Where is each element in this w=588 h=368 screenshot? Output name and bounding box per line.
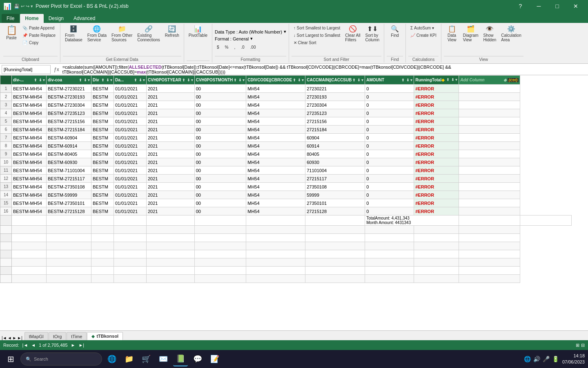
cell-div[interactable]: BESTM [91,93,114,101]
cell-month[interactable]: 00 [194,207,246,215]
cell-div[interactable]: BESTM [91,101,114,109]
taskbar-teams-icon[interactable]: 💬 [190,352,205,366]
empty-cell[interactable] [12,215,47,226]
empty-cell[interactable] [305,242,365,250]
col-header-div-coa[interactable]: div-... ⬆⬇▾ [12,76,47,85]
cell-div-coa[interactable]: BESTM-MH54 [12,117,47,126]
cell-da[interactable]: 01/01/2021 [114,109,147,117]
col-header-cdivcode[interactable]: CDIVCODE||CBRCODE ⬆⬇▾ [246,76,305,85]
cell-acc[interactable]: 27215184 [305,126,365,134]
empty-cell[interactable] [305,275,365,283]
cell-div-coa2[interactable]: BESTM-27215117 [47,175,91,183]
cell-da[interactable]: 01/01/2021 [114,126,147,134]
cell-acc[interactable]: 60904 [305,134,365,142]
cell-month[interactable]: 00 [194,166,246,175]
layout-icon[interactable]: ⊟ [581,343,585,348]
start-button[interactable]: ⊞ [3,352,18,366]
cell-da[interactable]: 01/01/2021 [114,166,147,175]
cell-amount[interactable]: 0 [365,207,414,215]
taskbar-edge-icon[interactable]: 🌐 [105,352,119,366]
col-header-div-coa2[interactable]: div-coa ⬆⬇▾ [47,76,91,85]
cell-month[interactable]: 00 [194,183,246,191]
cell-da[interactable]: 01/01/2021 [114,117,147,126]
cell-add[interactable] [459,93,520,101]
cell-div-coa[interactable]: BESTM-MH54 [12,85,47,93]
cell-da[interactable]: 01/01/2021 [114,175,147,183]
cell-div-coa2[interactable]: BESTM-60904 [47,134,91,142]
cell-acc[interactable]: 27215128 [305,207,365,215]
minimize-button[interactable]: ─ [530,0,548,12]
cell-amount[interactable]: 0 [365,150,414,158]
sheet-tab-ttime[interactable]: tTime [67,332,87,340]
cell-add[interactable] [459,158,520,166]
col-header-amount[interactable]: AMOUNT ⬆⬇▾ [365,76,414,85]
empty-cell[interactable] [194,275,246,283]
sort-asc-button[interactable]: ↑ Sort Smallest to Largest [292,25,343,31]
empty-cell[interactable] [0,242,12,250]
cell-rt[interactable]: #ERROR [414,175,459,183]
cell-code[interactable]: MH54 [246,183,305,191]
cell-month[interactable]: 00 [194,158,246,166]
cell-add[interactable] [459,142,520,150]
cell-div-coa2[interactable]: BESTM-27230304 [47,101,91,109]
empty-cell[interactable] [459,267,520,275]
cell-div-coa[interactable]: BESTM-MH54 [12,158,47,166]
empty-cell[interactable] [114,250,147,258]
empty-cell[interactable] [414,258,459,267]
cell-add[interactable] [459,85,520,93]
empty-cell[interactable] [246,215,305,226]
cell-rt[interactable]: #ERROR [414,85,459,93]
row-number[interactable]: 10 [0,158,12,166]
empty-cell[interactable] [194,242,246,250]
empty-cell[interactable] [91,250,114,258]
cell-amount[interactable]: 0 [365,101,414,109]
cell-add[interactable] [459,150,520,158]
cell-da[interactable]: 01/01/2021 [114,207,147,215]
cell-year[interactable]: 2021 [147,183,195,191]
tab-design[interactable]: Design [44,14,69,23]
cell-month[interactable]: 00 [194,199,246,207]
cell-add[interactable] [459,134,520,142]
cell-rt[interactable]: #ERROR [414,191,459,199]
cell-add[interactable] [459,166,520,175]
col-header-da[interactable]: Da... ⬆⬇▾ [114,76,147,85]
empty-cell[interactable] [47,258,91,267]
empty-cell[interactable] [414,242,459,250]
empty-cell[interactable] [194,250,246,258]
row-number[interactable]: 16 [0,207,12,215]
empty-cell[interactable] [194,234,246,242]
cell-da[interactable]: 01/01/2021 [114,93,147,101]
cell-amount[interactable]: 0 [365,158,414,166]
empty-cell[interactable] [365,226,414,234]
comma-button[interactable]: , [232,44,237,51]
empty-cell[interactable] [12,226,47,234]
empty-cell[interactable] [305,267,365,275]
create-kpi-button[interactable]: 📈 Create KPI [408,32,439,39]
empty-cell[interactable] [147,215,195,226]
empty-cell[interactable] [194,258,246,267]
calculation-area-button[interactable]: ⚙️ CalculationArea [499,25,523,43]
cell-div[interactable]: BESTM [91,142,114,150]
currency-button[interactable]: $ [215,44,221,51]
cell-div[interactable]: BESTM [91,158,114,166]
decrease-decimal-button[interactable]: .0 [239,44,246,51]
clear-all-filters-button[interactable]: 🚫 Clear AllFilters [343,25,362,43]
cell-code[interactable]: MH54 [246,199,305,207]
tab-advanced[interactable]: Advanced [69,14,100,23]
cell-code[interactable]: MH54 [246,109,305,117]
cell-div[interactable]: BESTM [91,134,114,142]
cell-div[interactable]: BESTM [91,166,114,175]
empty-cell[interactable] [12,258,47,267]
empty-cell[interactable] [147,226,195,234]
show-hidden-button[interactable]: 👁️ ShowHidden [481,25,499,43]
empty-cell[interactable] [114,226,147,234]
cell-amount[interactable]: 0 [365,85,414,93]
sheet-nav-first[interactable]: |◄ [2,336,7,340]
cell-acc[interactable]: 59999 [305,191,365,199]
cell-div-coa2[interactable]: BESTM-27350108 [47,183,91,191]
cell-add[interactable] [459,109,520,117]
row-number[interactable]: 13 [0,183,12,191]
find-button[interactable]: 🔍 Find [387,25,403,39]
cell-year[interactable]: 2021 [147,93,195,101]
taskbar-search-box[interactable]: 🔍 Search [20,352,102,366]
